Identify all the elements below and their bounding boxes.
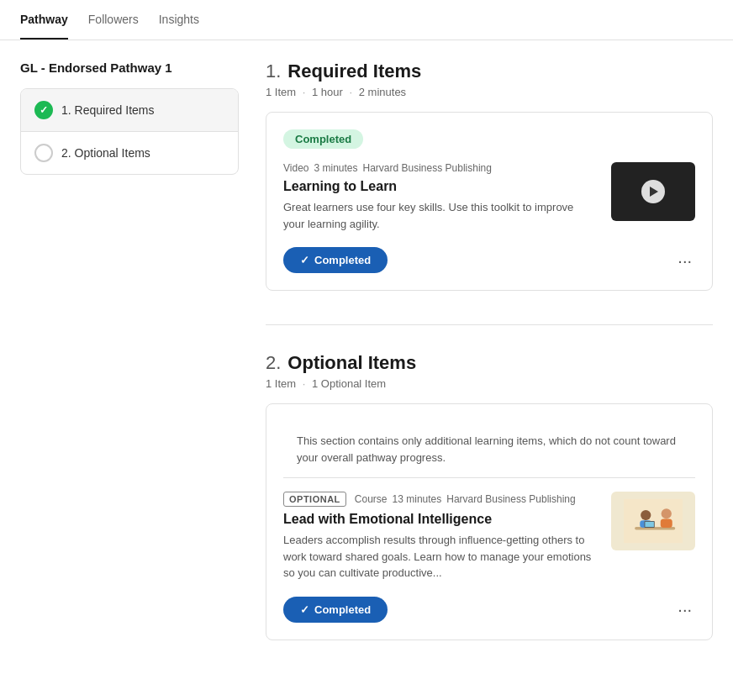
optional-meta-items: 1 Item [266, 377, 296, 390]
sidebar-item-optional-label: 2. Optional Items [61, 146, 150, 160]
section-required: 1. Required Items 1 Item · 1 hour · 2 mi… [266, 61, 713, 291]
required-meta-items: 1 Item [266, 86, 296, 98]
course-thumbnail[interactable] [611, 492, 695, 550]
optional-item-container: OPTIONAL Course 13 minutes Harvard Busin… [283, 478, 695, 623]
optional-more-button[interactable]: ··· [674, 601, 695, 618]
sidebar-item-required[interactable]: 1. Required Items [21, 89, 238, 132]
required-item-row: Video 3 minutes Harvard Business Publish… [283, 162, 695, 244]
required-action-row: Completed ··· [283, 247, 695, 273]
required-meta-time2: 2 minutes [359, 86, 406, 98]
optional-item-info: OPTIONAL Course 13 minutes Harvard Busin… [283, 492, 598, 593]
section-optional-number: 2. [266, 352, 281, 374]
dot3: · [303, 377, 306, 390]
section-required-meta: 1 Item · 1 hour · 2 minutes [266, 86, 713, 98]
optional-item-meta: OPTIONAL Course 13 minutes Harvard Busin… [283, 492, 598, 507]
optional-publisher: Harvard Business Publishing [446, 493, 575, 505]
required-item-title: Learning to Learn [283, 179, 598, 194]
section-optional-title: 2. Optional Items [266, 352, 713, 374]
play-button-icon[interactable] [641, 180, 665, 203]
sidebar-card: 1. Required Items 2. Optional Items [20, 88, 239, 175]
optional-meta-time1: 1 Optional Item [312, 377, 386, 390]
section-required-header: 1. Required Items 1 Item · 1 hour · 2 mi… [266, 61, 713, 98]
tab-followers[interactable]: Followers [88, 1, 139, 39]
optional-duration: 13 minutes [393, 493, 442, 505]
optional-item-row: OPTIONAL Course 13 minutes Harvard Busin… [283, 492, 695, 593]
required-meta-time1: 1 hour [312, 86, 343, 98]
sidebar-title: GL - Endorsed Pathway 1 [20, 61, 239, 75]
svg-rect-5 [661, 518, 672, 528]
video-thumbnail[interactable] [611, 162, 695, 221]
section-required-title-text: Required Items [287, 61, 421, 82]
item-duration: 3 minutes [314, 162, 357, 174]
required-check-icon [34, 101, 53, 119]
course-thumb-bg [611, 492, 695, 550]
main-content: 1. Required Items 1 Item · 1 hour · 2 mi… [266, 61, 713, 674]
dot1: · [303, 86, 306, 98]
required-item-info: Video 3 minutes Harvard Business Publish… [283, 162, 598, 244]
optional-tag: OPTIONAL [283, 492, 346, 507]
svg-point-2 [641, 510, 651, 520]
optional-action-row: Completed ··· [283, 597, 695, 623]
svg-point-4 [662, 508, 672, 518]
sidebar-item-required-label: 1. Required Items [61, 103, 155, 117]
tab-insights[interactable]: Insights [159, 1, 199, 39]
section-optional-title-text: Optional Items [287, 352, 416, 374]
section-optional: 2. Optional Items 1 Item · 1 Optional It… [266, 352, 713, 640]
optional-notice: This section contains only additional le… [283, 421, 695, 478]
optional-item-description: Leaders accomplish results through influ… [283, 532, 598, 582]
sidebar: GL - Endorsed Pathway 1 1. Required Item… [20, 61, 239, 674]
required-item-description: Great learners use four key skills. Use … [283, 199, 598, 232]
course-illustration [624, 496, 683, 546]
optional-completed-button[interactable]: Completed [283, 597, 388, 623]
dot2: · [350, 86, 353, 98]
required-completed-button[interactable]: Completed [283, 247, 388, 273]
completed-badge-top: Completed [283, 129, 363, 149]
optional-content-card: This section contains only additional le… [266, 403, 713, 640]
optional-circle-icon [34, 144, 53, 162]
optional-sub-type: Course [355, 493, 388, 505]
section-optional-header: 2. Optional Items 1 Item · 1 Optional It… [266, 352, 713, 390]
required-item-meta: Video 3 minutes Harvard Business Publish… [283, 162, 598, 174]
top-navigation: Pathway Followers Insights [0, 0, 733, 40]
main-layout: GL - Endorsed Pathway 1 1. Required Item… [0, 40, 733, 694]
required-more-button[interactable]: ··· [674, 252, 695, 269]
required-content-card: Completed Video 3 minutes Harvard Busine… [266, 112, 713, 291]
section-divider [266, 324, 713, 325]
video-thumb-bg [611, 162, 695, 221]
section-required-number: 1. [266, 61, 281, 82]
sidebar-item-optional[interactable]: 2. Optional Items [21, 132, 238, 174]
svg-rect-7 [645, 522, 654, 527]
section-required-title: 1. Required Items [266, 61, 713, 82]
item-publisher: Harvard Business Publishing [363, 162, 492, 174]
optional-item-title: Lead with Emotional Intelligence [283, 512, 598, 527]
item-type-video: Video [283, 162, 308, 174]
tab-pathway[interactable]: Pathway [20, 1, 68, 39]
section-optional-meta: 1 Item · 1 Optional Item [266, 377, 713, 390]
